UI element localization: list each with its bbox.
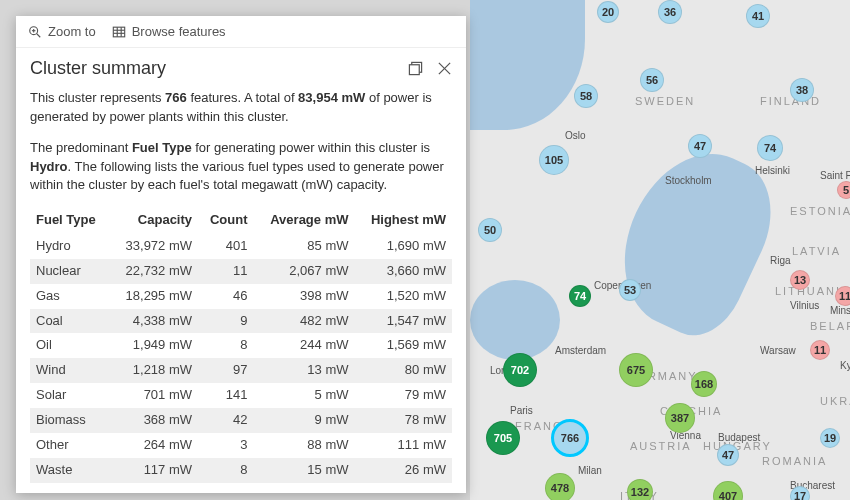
popup-toolbar: Zoom to Browse features [16,16,466,48]
cluster-marker[interactable]: 58 [574,84,598,108]
cluster-marker[interactable]: 47 [688,134,712,158]
cluster-marker[interactable]: 478 [545,473,575,500]
browse-features-button[interactable]: Browse features [112,24,226,39]
th-avg: Average mW [253,207,354,234]
popup-body: This cluster represents 766 features. A … [16,85,466,493]
table-row: Waste117 mW815 mW26 mW [30,458,452,483]
cluster-marker[interactable]: 47 [717,444,739,466]
close-icon[interactable] [437,61,452,76]
table-row: Hydro33,972 mW40185 mW1,690 mW [30,234,452,259]
cluster-marker[interactable]: 702 [503,353,537,387]
cluster-marker[interactable]: 766 [551,419,589,457]
cluster-marker[interactable]: 74 [569,285,591,307]
cluster-marker[interactable]: 20 [597,1,619,23]
cluster-marker[interactable]: 17 [790,486,810,500]
cluster-marker[interactable]: 41 [746,4,770,28]
popup-title: Cluster summary [30,58,166,79]
cluster-marker[interactable]: 53 [619,279,641,301]
summary-p2: The predominant Fuel Type for generating… [30,139,452,196]
cluster-marker[interactable]: 168 [691,371,717,397]
th-fuel: Fuel Type [30,207,110,234]
table-row: Biomass368 mW429 mW78 mW [30,408,452,433]
cluster-marker[interactable]: 50 [478,218,502,242]
zoom-to-button[interactable]: Zoom to [28,24,96,39]
svg-rect-4 [113,27,124,37]
browse-features-label: Browse features [132,24,226,39]
fuel-table: Fuel Type Capacity Count Average mW High… [30,207,452,482]
cluster-marker[interactable]: 13 [790,270,810,290]
cluster-marker[interactable]: 132 [627,479,653,500]
dock-icon[interactable] [408,61,423,76]
table-row: Wind1,218 mW9713 mW80 mW [30,358,452,383]
cluster-marker[interactable]: 19 [820,428,840,448]
cluster-marker[interactable]: 38 [790,78,814,102]
cluster-marker[interactable]: 705 [486,421,520,455]
cluster-marker[interactable]: 387 [665,403,695,433]
zoom-to-label: Zoom to [48,24,96,39]
th-cap: Capacity [110,207,198,234]
th-count: Count [198,207,253,234]
cluster-marker[interactable]: 56 [640,68,664,92]
cluster-marker[interactable]: 11 [835,286,850,306]
cluster-marker[interactable]: 105 [539,145,569,175]
table-row: Oil1,949 mW8244 mW1,569 mW [30,333,452,358]
table-row: Nuclear22,732 mW112,067 mW3,660 mW [30,259,452,284]
svg-rect-10 [409,65,419,75]
cluster-marker[interactable]: 11 [810,340,830,360]
cluster-popup: Zoom to Browse features Cluster summary … [16,16,466,493]
cluster-marker[interactable]: 36 [658,0,682,24]
popup-header: Cluster summary [16,48,466,85]
zoom-icon [28,25,42,39]
svg-line-1 [37,33,41,37]
summary-p1: This cluster represents 766 features. A … [30,89,452,127]
cluster-marker[interactable]: 675 [619,353,653,387]
table-row: Solar701 mW1415 mW79 mW [30,383,452,408]
table-row: Gas18,295 mW46398 mW1,520 mW [30,284,452,309]
table-row: Coal4,338 mW9482 mW1,547 mW [30,309,452,334]
cluster-marker[interactable]: 5 [837,181,850,199]
th-high: Highest mW [355,207,453,234]
table-row: Other264 mW388 mW111 mW [30,433,452,458]
table-icon [112,25,126,39]
cluster-marker[interactable]: 74 [757,135,783,161]
